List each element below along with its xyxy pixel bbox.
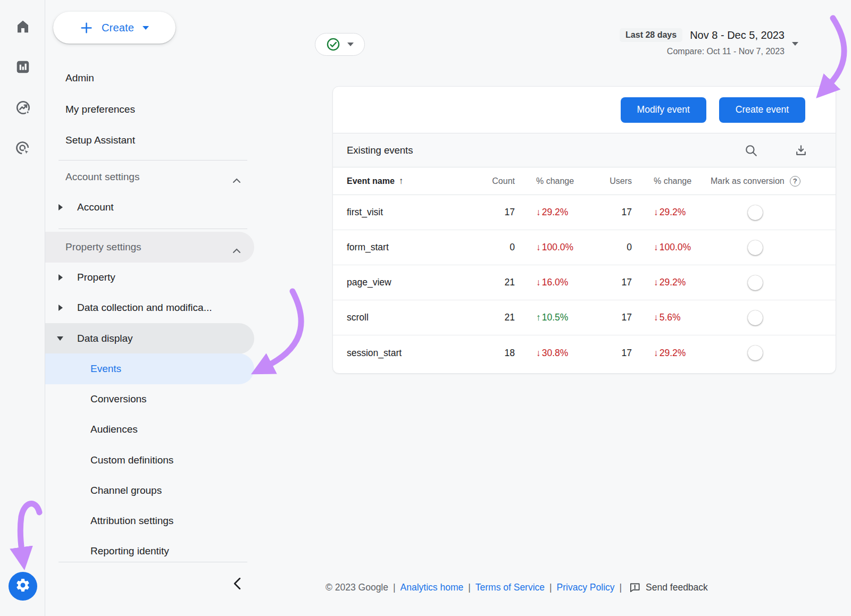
date-range-picker[interactable]: Last 28 days Nov 8 - Dec 5, 2023 Compare…	[598, 28, 785, 56]
chevron-left-icon	[233, 577, 241, 592]
sidebar-item-audiences[interactable]: Audiences	[45, 414, 254, 445]
date-compare-text: Compare: Oct 11 - Nov 7, 2023	[598, 47, 785, 56]
sidebar-item-attribution-settings[interactable]: Attribution settings	[45, 505, 254, 536]
create-event-button[interactable]: Create event	[719, 97, 805, 123]
change-value: ↓16.0%	[536, 277, 568, 288]
reports-icon	[15, 59, 31, 77]
arrow-down-icon: ↓	[536, 277, 541, 288]
mark-as-conversion-toggle[interactable]	[749, 277, 775, 289]
sidebar-divider	[59, 229, 247, 229]
change-value: ↓100.0%	[536, 242, 573, 253]
sidebar-collapse-button[interactable]	[226, 574, 247, 595]
column-event-name[interactable]: Event name ↑	[347, 176, 451, 187]
sidebar-divider	[59, 562, 247, 562]
mark-as-conversion-toggle[interactable]	[749, 242, 775, 254]
chevron-down-icon[interactable]	[792, 42, 798, 46]
footer-link-analytics-home[interactable]: Analytics home	[401, 582, 464, 593]
sidebar-item-account[interactable]: Account	[45, 192, 254, 223]
arrow-to-events-item	[269, 291, 301, 365]
footer-link-privacy-policy[interactable]: Privacy Policy	[557, 582, 615, 593]
advertising-nav-button[interactable]	[14, 141, 31, 158]
column-users-change[interactable]: % change	[632, 176, 706, 186]
sidebar-item-events[interactable]: Events	[45, 353, 254, 384]
search-icon	[744, 144, 758, 157]
mark-as-conversion-toggle[interactable]	[749, 347, 775, 359]
explore-nav-button[interactable]	[14, 100, 31, 117]
change-value: ↓29.2%	[536, 207, 568, 218]
settings-gear-icon	[15, 577, 31, 595]
chevron-down-icon	[143, 26, 149, 30]
users-change-value: ↓29.2%	[654, 348, 686, 359]
sidebar-section-property-settings[interactable]: Property settings	[45, 232, 254, 263]
triangle-right-icon	[59, 305, 63, 311]
column-users[interactable]: Users	[589, 176, 632, 186]
sidebar-item-admin[interactable]: Admin	[45, 63, 254, 94]
arrow-down-icon: ↓	[536, 207, 541, 218]
sidebar-item-conversions[interactable]: Conversions	[45, 384, 254, 415]
column-change[interactable]: % change	[515, 176, 589, 186]
advertising-icon	[15, 140, 31, 159]
plus-icon	[80, 21, 93, 35]
table-row: form_start 0 ↓100.0% 0 ↓100.0%	[333, 230, 836, 265]
arrow-down-icon: ↓	[536, 348, 541, 359]
event-users: 17	[589, 207, 632, 218]
event-name: session_start	[347, 348, 451, 359]
arrow-to-create-event	[830, 18, 844, 84]
events-card: Modify event Create event Existing event…	[332, 86, 836, 374]
column-mark-as-conversion: Mark as conversion ?	[706, 176, 836, 187]
sidebar-item-setup-assistant[interactable]: Setup Assistant	[45, 125, 254, 156]
arrow-down-icon: ↓	[654, 277, 658, 288]
search-button[interactable]	[744, 144, 758, 157]
mark-as-conversion-toggle[interactable]	[749, 312, 775, 324]
users-change-value: ↓100.0%	[654, 242, 691, 253]
reports-nav-button[interactable]	[14, 60, 31, 77]
sidebar-item-my-preferences[interactable]: My preferences	[45, 94, 254, 125]
users-change-value: ↓5.6%	[654, 312, 681, 323]
home-icon	[15, 19, 31, 37]
sort-ascending-icon: ↑	[399, 176, 404, 187]
table-header-row: Event name ↑ Count % change Users % chan…	[333, 167, 836, 195]
copyright-text: © 2023 Google	[326, 582, 388, 593]
home-nav-button[interactable]	[14, 19, 31, 36]
table-row: scroll 21 ↑10.5% 17 ↓5.6%	[333, 300, 836, 335]
date-range-text: Nov 8 - Dec 5, 2023	[690, 29, 785, 41]
sidebar-item-property[interactable]: Property	[45, 262, 254, 293]
send-feedback-button[interactable]: Send feedback	[629, 581, 708, 594]
event-users: 0	[589, 242, 632, 253]
sidebar-item-channel-groups[interactable]: Channel groups	[45, 475, 254, 506]
triangle-right-icon	[59, 204, 63, 210]
admin-settings-button[interactable]	[9, 572, 37, 601]
help-icon[interactable]: ?	[790, 176, 800, 187]
event-count: 21	[451, 312, 515, 323]
triangle-down-icon	[57, 336, 63, 341]
event-name: first_visit	[347, 207, 451, 218]
event-users: 17	[589, 348, 632, 359]
triangle-right-icon	[59, 274, 63, 281]
arrow-down-icon: ↓	[654, 242, 658, 253]
sidebar-item-data-collection[interactable]: Data collection and modifica...	[45, 292, 254, 323]
sidebar-item-custom-definitions[interactable]: Custom definitions	[45, 445, 254, 476]
sidebar-item-data-display[interactable]: Data display	[45, 323, 254, 354]
arrow-down-icon: ↓	[536, 242, 541, 253]
check-circle-icon	[326, 37, 340, 52]
event-users: 17	[589, 277, 632, 288]
change-value: ↓30.8%	[536, 348, 568, 359]
section-title: Existing events	[347, 145, 413, 156]
mark-as-conversion-toggle[interactable]	[749, 207, 775, 218]
chevron-up-icon	[232, 174, 241, 186]
table-row: first_visit 17 ↓29.2% 17 ↓29.2%	[333, 195, 836, 230]
event-count: 17	[451, 207, 515, 218]
download-button[interactable]	[794, 144, 808, 157]
sidebar-section-account-settings[interactable]: Account settings	[45, 162, 254, 192]
data-quality-indicator[interactable]	[315, 33, 365, 56]
table-row: session_start 18 ↓30.8% 17 ↓29.2%	[333, 335, 836, 370]
footer-link-terms-of-service[interactable]: Terms of Service	[475, 582, 545, 593]
event-name: form_start	[347, 242, 451, 253]
arrow-down-icon: ↓	[654, 348, 658, 359]
create-button[interactable]: Create	[53, 12, 176, 44]
page-footer: © 2023 Google | Analytics home | Terms o…	[326, 581, 708, 594]
sidebar-divider	[59, 160, 247, 161]
column-count[interactable]: Count	[451, 176, 515, 186]
chevron-down-icon	[347, 43, 354, 46]
modify-event-button[interactable]: Modify event	[621, 97, 706, 123]
